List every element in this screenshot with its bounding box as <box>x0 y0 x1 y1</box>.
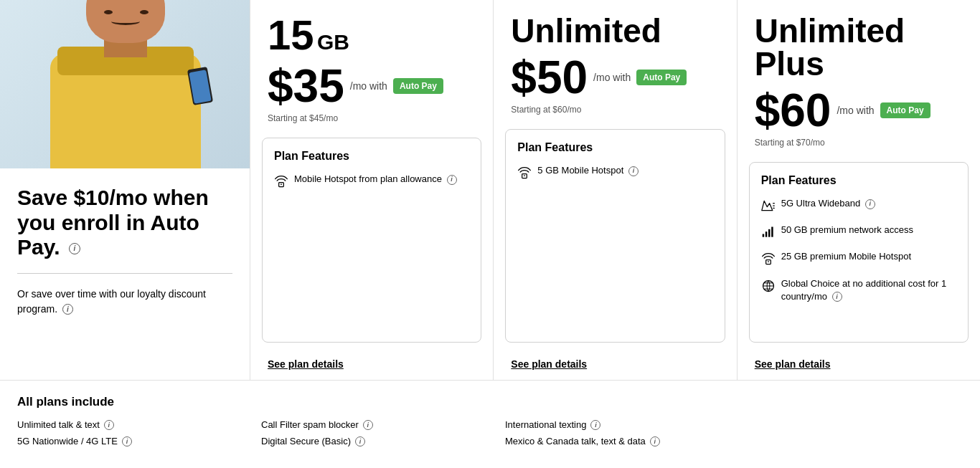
plan-features-box-unlimited-plus: Plan Features 5G Ultra Wideband i <box>749 162 969 343</box>
plan-price-row-15gb: $35 /mo with Auto Pay <box>268 63 476 109</box>
plan-price-15gb: $35 <box>268 63 344 109</box>
plans-row: Save $10/mo when you enroll in Auto Pay.… <box>0 0 980 380</box>
plan-header-unlimited: Unlimited $50 /mo with Auto Pay Starting… <box>494 0 736 123</box>
feature-premium-network: 50 GB premium network access <box>761 224 956 243</box>
feature-premium-hotspot: 25 GB premium Mobile Hotspot <box>761 250 956 269</box>
plan-header-15gb: 15 GB $35 /mo with Auto Pay Starting at … <box>250 0 493 132</box>
plan-header-unlimited-plus: Unlimited Plus $60 /mo with Auto Pay Sta… <box>738 0 980 156</box>
plan-price-unlimited-plus: $60 <box>755 87 831 133</box>
hero-panel: Save $10/mo when you enroll in Auto Pay.… <box>0 0 250 380</box>
plan-features-box-unlimited: Plan Features 5 GB Mobile Hotspot i <box>505 129 725 343</box>
autopay-badge-unlimited-plus: Auto Pay <box>880 102 930 118</box>
hotspot-info-icon-15gb[interactable]: i <box>447 175 457 185</box>
plan-features-box-15gb: Plan Features Mobile Hotspot from plan a… <box>262 138 481 343</box>
autopay-badge-unlimited: Auto Pay <box>636 70 687 85</box>
all-plans-section: All plans include Unlimited talk & text … <box>0 380 980 461</box>
plan-starting-unlimited-plus: Starting at $70/mo <box>755 138 963 148</box>
hero-divider <box>17 273 232 274</box>
feature-5g: 5G Ultra Wideband i <box>761 197 956 216</box>
talk-info-icon[interactable]: i <box>104 420 114 430</box>
feature-item-hotspot-15gb: Mobile Hotspot from plan allowance i <box>274 173 469 192</box>
all-plan-item-5g: 5G Nationwide / 4G LTE i <box>17 436 261 446</box>
svg-rect-6 <box>768 229 771 237</box>
5g-info-icon[interactable]: i <box>865 199 875 209</box>
all-plan-item-callfilter: Call Filter spam blocker i <box>261 419 505 430</box>
5g-lte-info-icon[interactable]: i <box>122 436 132 446</box>
international-info-icon[interactable]: i <box>590 420 600 430</box>
svg-rect-4 <box>762 234 764 237</box>
hero-image <box>0 0 250 168</box>
hotspot-icon-15gb <box>274 174 288 192</box>
autopay-badge-15gb: Auto Pay <box>393 78 443 94</box>
hero-info-icon[interactable]: i <box>69 243 80 254</box>
hotspot-icon-plus <box>761 252 776 269</box>
plan-col-15gb: 15 GB $35 /mo with Auto Pay Starting at … <box>250 0 493 380</box>
see-details-link-15gb[interactable]: See plan details <box>250 348 493 380</box>
5g-icon <box>761 199 776 216</box>
svg-point-1 <box>281 183 282 185</box>
feature-global: Global Choice at no additional cost for … <box>761 277 956 303</box>
plan-features-title-unlimited-plus: Plan Features <box>761 174 956 187</box>
global-info-icon[interactable]: i <box>832 292 842 302</box>
plan-name-unlimited-plus: Unlimited Plus <box>755 14 963 80</box>
main-container: Save $10/mo when you enroll in Auto Pay.… <box>0 0 980 461</box>
loyalty-info-icon[interactable]: i <box>62 304 73 315</box>
all-plan-item-international: International texting i <box>505 419 963 430</box>
callfilter-info-icon[interactable]: i <box>363 420 373 430</box>
svg-rect-5 <box>765 231 767 237</box>
feature-item-hotspot-unlimited: 5 GB Mobile Hotspot i <box>517 164 712 183</box>
all-plan-item-talk: Unlimited talk & text i <box>17 419 261 430</box>
plan-price-row-unlimited: $50 /mo with Auto Pay <box>511 54 719 100</box>
svg-rect-7 <box>771 227 773 237</box>
hero-loyalty-text: Or save over time with our loyalty disco… <box>17 287 232 317</box>
hero-save-text: Save $10/mo when you enroll in Auto Pay.… <box>17 186 232 260</box>
see-details-link-unlimited-plus[interactable]: See plan details <box>738 348 980 380</box>
all-plan-item-mexico: Mexico & Canada talk, text & data i <box>505 436 963 446</box>
plan-name-unlimited: Unlimited <box>511 14 719 47</box>
plan-col-unlimited: Unlimited $50 /mo with Auto Pay Starting… <box>493 0 736 380</box>
plan-starting-unlimited: Starting at $60/mo <box>511 105 719 115</box>
all-plan-item-digital: Digital Secure (Basic) i <box>261 436 505 446</box>
hotspot-icon-unlimited <box>517 166 532 183</box>
plan-price-row-unlimited-plus: $60 /mo with Auto Pay <box>755 87 963 133</box>
plan-price-suffix-unlimited: /mo with <box>593 72 631 83</box>
globe-icon <box>761 279 776 297</box>
plan-features-title-unlimited: Plan Features <box>517 141 712 154</box>
all-plans-grid: Unlimited talk & text i Call Filter spam… <box>17 419 963 446</box>
all-plans-title: All plans include <box>17 395 963 409</box>
see-details-link-unlimited[interactable]: See plan details <box>494 348 736 380</box>
hero-text-area: Save $10/mo when you enroll in Auto Pay.… <box>0 168 250 331</box>
mexico-info-icon[interactable]: i <box>650 436 660 446</box>
plan-features-title-15gb: Plan Features <box>274 150 469 163</box>
plan-price-suffix-15gb: /mo with <box>350 80 387 92</box>
digital-info-icon[interactable]: i <box>355 436 365 446</box>
svg-point-3 <box>524 175 525 176</box>
svg-point-9 <box>768 262 769 263</box>
signal-icon <box>761 225 776 243</box>
plan-price-unlimited: $50 <box>511 54 588 100</box>
plan-col-unlimited-plus: Unlimited Plus $60 /mo with Auto Pay Sta… <box>737 0 980 380</box>
plan-price-suffix-unlimited-plus: /mo with <box>837 105 874 116</box>
hotspot-info-icon-unlimited[interactable]: i <box>628 166 639 176</box>
plan-name-15gb: 15 GB <box>268 14 476 56</box>
plan-starting-15gb: Starting at $45/mo <box>268 113 476 123</box>
